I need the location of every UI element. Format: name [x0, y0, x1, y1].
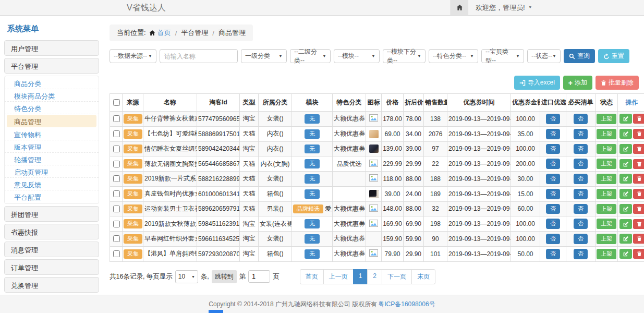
edit-button[interactable]	[619, 144, 632, 154]
row-checkbox[interactable]	[113, 130, 120, 137]
sidebar-item-promo-materials[interactable]: 宣传物料	[5, 128, 99, 140]
pager-page-2[interactable]: 2	[367, 269, 382, 284]
status-badge[interactable]: 上架	[597, 234, 616, 244]
row-checkbox[interactable]	[113, 175, 120, 182]
pager-next-page[interactable]: 下一页	[382, 269, 412, 284]
reset-button[interactable]: 重置	[598, 49, 629, 63]
delete-button[interactable]	[633, 189, 644, 199]
sidebar-item-module-product-category[interactable]: 模块商品分类	[5, 89, 99, 102]
level1-category-select[interactable]: 一级分类▼	[241, 49, 287, 63]
sidebar-item-platform-config[interactable]: 平台配置	[5, 190, 99, 203]
delete-button[interactable]	[633, 219, 644, 229]
pager-page-1[interactable]: 1	[353, 269, 368, 284]
pager-prev-page[interactable]: 上一页	[323, 269, 354, 284]
pager-last-page[interactable]: 末页	[411, 269, 435, 284]
row-checkbox[interactable]	[113, 115, 120, 122]
status-badge[interactable]: 上架	[597, 204, 616, 214]
sidebar-item-product-management[interactable]: 商品管理	[7, 115, 96, 127]
row-checkbox[interactable]	[113, 161, 120, 167]
sidebar-section-group-buy-management[interactable]: 拼团管理	[4, 206, 99, 222]
jump-button[interactable]: 跳转到	[212, 270, 237, 283]
must-buy-badge[interactable]: 否	[574, 234, 588, 244]
must-buy-badge[interactable]: 否	[574, 189, 588, 199]
sidebar-item-feedback[interactable]: 意见反馈	[5, 178, 99, 190]
status-badge[interactable]: 上架	[597, 144, 616, 154]
must-buy-badge[interactable]: 否	[574, 249, 588, 259]
delete-button[interactable]	[633, 249, 644, 259]
search-button[interactable]: 查询	[564, 49, 595, 63]
edit-button[interactable]	[619, 234, 632, 244]
edit-button[interactable]	[619, 189, 632, 199]
edit-button[interactable]	[619, 129, 632, 139]
must-buy-badge[interactable]: 否	[574, 204, 588, 214]
sidebar-section-message-management[interactable]: 消息管理	[4, 242, 99, 257]
sidebar-item-carousel-management[interactable]: 轮播管理	[5, 153, 99, 165]
must-buy-badge[interactable]: 否	[574, 159, 588, 169]
edit-button[interactable]	[619, 219, 632, 229]
delete-button[interactable]	[633, 174, 644, 184]
edit-button[interactable]	[619, 204, 632, 214]
imported-badge[interactable]: 否	[546, 234, 560, 244]
sidebar-item-product-category[interactable]: 商品分类	[5, 77, 99, 89]
row-checkbox[interactable]	[113, 250, 120, 257]
feature-category-select[interactable]: --特色分类--▼	[429, 49, 478, 63]
sidebar-section-savings-express[interactable]: 省惠快报	[4, 224, 99, 239]
imported-badge[interactable]: 否	[546, 174, 560, 184]
sidebar-section-order-management[interactable]: 订单管理	[4, 259, 99, 275]
status-badge[interactable]: 上架	[597, 174, 616, 184]
data-source-select[interactable]: --数据来源--▼	[110, 49, 156, 63]
row-checkbox[interactable]	[113, 221, 120, 227]
delete-button[interactable]	[633, 204, 644, 214]
status-select[interactable]: --状态--▼	[527, 49, 561, 63]
sidebar-item-version-management[interactable]: 版本管理	[5, 140, 99, 153]
sidebar-item-feature-category[interactable]: 特色分类	[5, 102, 99, 114]
status-badge[interactable]: 上架	[597, 189, 616, 199]
pager-first-page[interactable]: 首页	[300, 269, 324, 284]
imported-badge[interactable]: 否	[546, 159, 560, 169]
user-menu[interactable]: 欢迎您，管理员! ▼	[468, 0, 540, 15]
breadcrumb-home-link[interactable]: 首页	[157, 28, 171, 38]
status-badge[interactable]: 上架	[597, 219, 616, 229]
sidebar-section-exchange-management[interactable]: 兑换管理	[4, 277, 99, 293]
select-all-checkbox[interactable]	[113, 99, 120, 106]
module-select[interactable]: --模块--▼	[334, 49, 380, 63]
sidebar-section-user-management[interactable]: 用户管理	[4, 40, 99, 56]
status-badge[interactable]: 上架	[597, 159, 616, 169]
delete-button[interactable]	[633, 144, 644, 154]
batch-delete-button[interactable]: 批量删除	[596, 76, 639, 90]
must-buy-badge[interactable]: 否	[574, 129, 588, 139]
sidebar-section-platform-management[interactable]: 平台管理	[4, 58, 99, 74]
must-buy-badge[interactable]: 否	[574, 114, 588, 124]
page-size-select[interactable]: 10 ▼	[175, 270, 198, 283]
delete-button[interactable]	[633, 129, 644, 139]
jump-page-input[interactable]	[248, 270, 270, 283]
row-checkbox[interactable]	[113, 190, 120, 197]
imported-badge[interactable]: 否	[546, 114, 560, 124]
import-excel-button[interactable]: 导入excel	[514, 76, 560, 90]
delete-button[interactable]	[633, 114, 644, 124]
imported-badge[interactable]: 否	[546, 204, 560, 214]
delete-button[interactable]	[633, 234, 644, 244]
edit-button[interactable]	[619, 114, 632, 124]
must-buy-badge[interactable]: 否	[574, 219, 588, 229]
status-badge[interactable]: 上架	[597, 114, 616, 124]
sidebar-item-splash-page-management[interactable]: 启动页管理	[5, 165, 99, 178]
status-badge[interactable]: 上架	[597, 129, 616, 139]
name-input[interactable]	[160, 49, 238, 63]
home-button[interactable]	[451, 0, 468, 15]
must-buy-badge[interactable]: 否	[574, 174, 588, 184]
delete-button[interactable]	[633, 159, 644, 169]
item-type-select[interactable]: --宝贝类型--▼	[481, 49, 524, 63]
level2-category-select[interactable]: --二级分类--▼	[290, 49, 331, 63]
imported-badge[interactable]: 否	[546, 219, 560, 229]
edit-button[interactable]	[619, 159, 632, 169]
imported-badge[interactable]: 否	[546, 144, 560, 154]
imported-badge[interactable]: 否	[546, 129, 560, 139]
add-button[interactable]: + 添加	[563, 76, 592, 90]
row-checkbox[interactable]	[113, 206, 120, 212]
edit-button[interactable]	[619, 174, 632, 184]
edit-button[interactable]	[619, 249, 632, 259]
row-checkbox[interactable]	[113, 146, 120, 152]
must-buy-badge[interactable]: 否	[574, 144, 588, 154]
imported-badge[interactable]: 否	[546, 189, 560, 199]
